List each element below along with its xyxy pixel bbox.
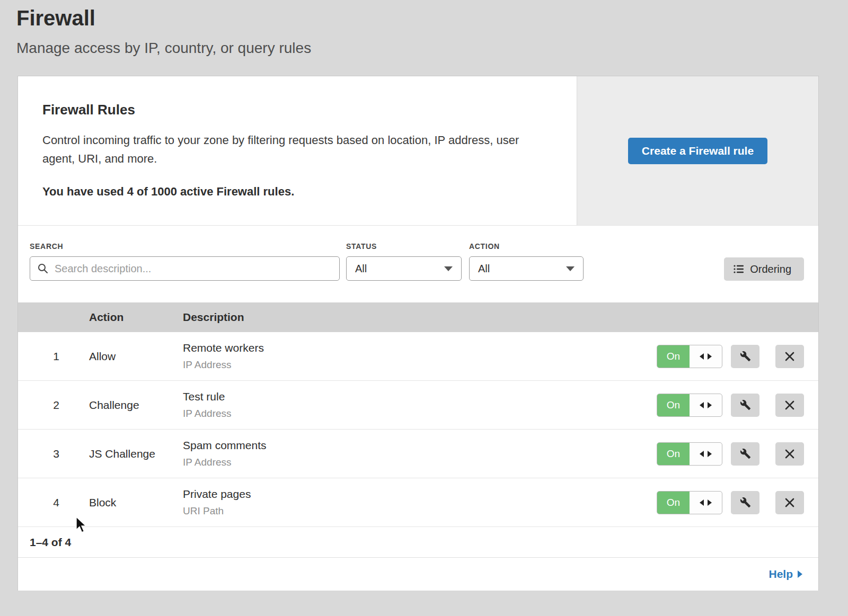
rule-match-type: IP Address [183, 408, 232, 419]
page-title: Firewall [16, 6, 848, 30]
rule-controls: On [657, 491, 804, 514]
rule-enabled-toggle[interactable]: On [657, 442, 722, 466]
action-select[interactable]: All [469, 256, 584, 281]
rule-enabled-toggle[interactable]: On [657, 491, 722, 514]
ordering-list-icon [734, 264, 744, 274]
table-row: 1 Allow Remote workers IP Address On [18, 332, 818, 381]
wrench-icon [740, 497, 751, 508]
firewall-card: Firewall Rules Control incoming traffic … [17, 76, 819, 591]
rule-priority: 2 [51, 399, 61, 412]
edit-rule-button[interactable] [731, 491, 759, 514]
delete-rule-button[interactable] [775, 442, 804, 466]
page-header: Firewall Manage access by IP, country, o… [0, 0, 848, 57]
overview-usage: You have used 4 of 1000 active Firewall … [42, 185, 545, 199]
rule-action: JS Challenge [89, 448, 166, 460]
arrow-left-icon [700, 353, 704, 360]
wrench-icon [740, 448, 751, 459]
action-label: ACTION [469, 242, 500, 251]
rule-controls: On [657, 345, 804, 368]
table-body: 1 Allow Remote workers IP Address On [18, 332, 818, 527]
close-icon [785, 400, 794, 410]
chevron-down-icon [566, 266, 575, 271]
overview-heading: Firewall Rules [42, 102, 545, 118]
pagination-text: 1–4 of 4 [18, 527, 818, 558]
overview-side-panel: Create a Firewall rule [577, 76, 818, 225]
close-icon [785, 352, 794, 361]
arrow-left-icon [700, 402, 704, 408]
arrow-right-icon [708, 353, 712, 360]
rule-description-title: Remote workers [183, 342, 264, 354]
toggle-handle[interactable] [690, 492, 722, 514]
rule-controls: On [657, 442, 804, 466]
create-firewall-rule-button[interactable]: Create a Firewall rule [628, 138, 767, 164]
arrow-left-icon [700, 451, 704, 457]
arrow-right-icon [708, 451, 712, 457]
rule-description-title: Private pages [183, 488, 251, 501]
rule-description: Spam comments IP Address [183, 439, 267, 468]
help-arrow-icon [798, 570, 802, 578]
table-header: Action Description [18, 302, 818, 332]
arrow-right-icon [708, 499, 712, 506]
ordering-button[interactable]: Ordering [724, 257, 804, 281]
toggle-on-segment[interactable]: On [657, 394, 690, 416]
status-select-value: All [355, 263, 367, 275]
rule-priority: 4 [51, 496, 61, 509]
overview-section: Firewall Rules Control incoming traffic … [18, 76, 818, 226]
close-icon [785, 449, 794, 459]
rule-description-title: Spam comments [183, 439, 267, 452]
delete-rule-button[interactable] [775, 394, 804, 417]
column-header-action: Action [89, 311, 183, 324]
page-subtitle: Manage access by IP, country, or query r… [16, 40, 848, 57]
rule-description: Test rule IP Address [183, 390, 232, 419]
rule-action: Block [89, 496, 166, 509]
rule-match-type: IP Address [183, 359, 264, 371]
toggle-on-segment[interactable]: On [657, 492, 690, 514]
help-link-label: Help [768, 568, 793, 581]
help-link[interactable]: Help [768, 568, 802, 581]
rule-description-title: Test rule [183, 390, 232, 403]
close-icon [785, 498, 794, 507]
toggle-handle[interactable] [690, 443, 722, 465]
rule-action: Allow [89, 350, 166, 363]
search-box [30, 256, 340, 281]
edit-rule-button[interactable] [731, 345, 759, 368]
chevron-down-icon [444, 266, 453, 271]
delete-rule-button[interactable] [775, 345, 804, 368]
rule-priority: 3 [51, 448, 61, 460]
delete-rule-button[interactable] [775, 491, 804, 514]
toggle-on-segment[interactable]: On [657, 443, 690, 465]
wrench-icon [740, 399, 751, 410]
toggle-handle[interactable] [690, 394, 722, 416]
search-label: SEARCH [30, 242, 63, 251]
ordering-button-label: Ordering [750, 263, 791, 275]
table-row: 2 Challenge Test rule IP Address On [18, 381, 818, 430]
wrench-icon [740, 351, 751, 362]
column-header-description: Description [183, 311, 244, 324]
edit-rule-button[interactable] [731, 442, 759, 466]
arrow-right-icon [708, 402, 712, 408]
table-row: 3 JS Challenge Spam comments IP Address … [18, 430, 818, 478]
overview-description: Control incoming traffic to your zone by… [42, 131, 545, 168]
toggle-handle[interactable] [690, 345, 722, 368]
rule-description: Private pages URI Path [183, 488, 251, 517]
status-label: STATUS [346, 242, 377, 251]
rule-match-type: IP Address [183, 457, 267, 468]
action-select-value: All [478, 263, 490, 275]
search-icon [38, 263, 48, 274]
rule-enabled-toggle[interactable]: On [657, 345, 722, 368]
status-select[interactable]: All [346, 256, 462, 281]
help-row: Help [18, 558, 818, 591]
rule-priority: 1 [51, 350, 61, 363]
rule-action: Challenge [89, 399, 166, 412]
rule-enabled-toggle[interactable]: On [657, 394, 722, 417]
table-row: 4 Block Private pages URI Path On [18, 478, 818, 527]
edit-rule-button[interactable] [731, 394, 759, 417]
rule-controls: On [657, 394, 804, 417]
overview-info: Firewall Rules Control incoming traffic … [18, 76, 577, 225]
rule-match-type: URI Path [183, 505, 251, 517]
filters-bar: SEARCH STATUS ACTION All All [18, 226, 818, 302]
toggle-on-segment[interactable]: On [657, 345, 690, 368]
rule-description: Remote workers IP Address [183, 342, 264, 371]
search-input[interactable] [54, 257, 339, 280]
arrow-left-icon [700, 499, 704, 506]
